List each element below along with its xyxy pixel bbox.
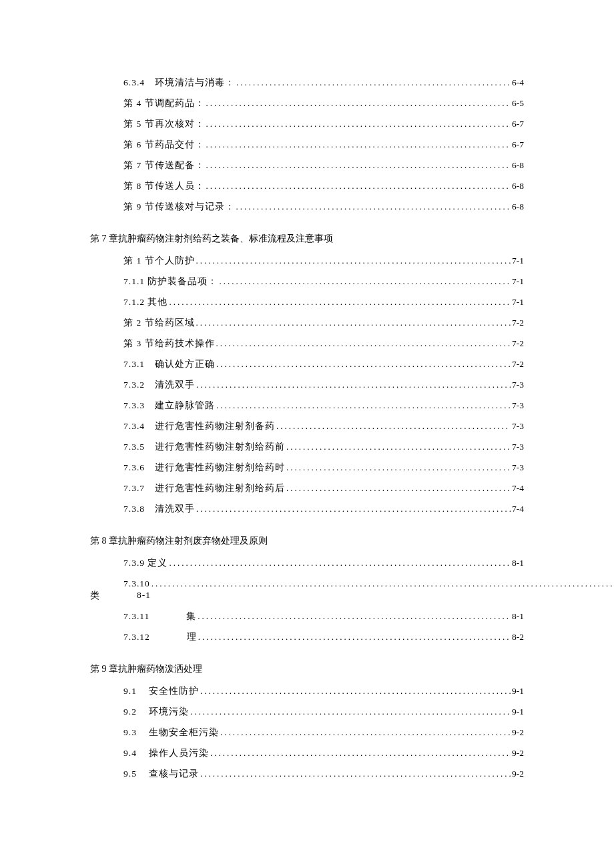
toc-title: 第 3 节给药技术操作	[123, 338, 215, 350]
toc-title: 安全性防护	[149, 685, 199, 697]
toc-entry: 6.3.4环境清洁与消毒：6-4	[90, 77, 524, 89]
toc-entry: 7.1.2 其他7-1	[90, 296, 524, 308]
toc-page: 6-4	[512, 77, 524, 88]
toc-dots	[206, 160, 511, 171]
toc-title: 理	[187, 631, 197, 643]
toc-entry: 7.3.1确认处方正确7-2	[90, 358, 524, 370]
gap	[100, 590, 137, 602]
toc-page: 7-1	[512, 297, 524, 308]
toc-title: 确认处方正确	[155, 358, 215, 370]
toc-page: 9-2	[512, 748, 524, 759]
toc-entry: 第 7 节传送配备：6-8	[90, 159, 524, 171]
toc-page: 7-2	[512, 338, 524, 349]
toc-entry: 第 2 节给药区域7-2	[90, 317, 524, 329]
toc-entry: 9.3生物安全柜污染9-2	[90, 727, 524, 739]
toc-page: 8-1	[512, 558, 524, 568]
toc-page: 7-4	[512, 483, 524, 494]
toc-entry: 第 1 节个人防护7-1	[90, 255, 524, 267]
toc-dots	[206, 181, 511, 191]
chapter8-section: 第 8 章抗肿瘤药物注射剂废弃物处理及原则 7.3.9 定义8-1 7.3.10…	[90, 535, 524, 643]
toc-entry: 9.4操作人员污染9-2	[90, 747, 524, 759]
toc-page: 6-8	[512, 160, 524, 171]
toc-number: 9.3	[123, 727, 137, 738]
toc-entry: 第 5 节再次核对：6-7	[90, 118, 524, 130]
toc-number: 7.3.1	[123, 359, 145, 370]
toc-page: 6-5	[512, 98, 524, 109]
toc-dots	[206, 98, 511, 109]
toc-number: 7.3.4	[123, 421, 145, 432]
toc-entry: 第 9 节传送核对与记录：6-8	[90, 201, 524, 213]
toc-number: 7.3.7	[123, 483, 145, 494]
toc-entry: 9.1安全性防护9-1	[90, 685, 524, 697]
toc-page: 9-2	[512, 769, 524, 779]
toc-page: 6-7	[512, 139, 524, 150]
toc-dots	[220, 727, 511, 738]
toc-entry: 7.3.9 定义8-1	[90, 557, 524, 569]
chapter7-entries: 第 1 节个人防护7-17.1.1 防护装备品项：7-17.1.2 其他7-1第…	[90, 255, 524, 515]
toc-dots	[206, 119, 511, 129]
toc-number: 7.3.6	[123, 462, 145, 473]
toc-entry: 7.3.7进行危害性药物注射剂给药后7-4	[90, 482, 524, 494]
toc-dots	[206, 139, 511, 150]
chapter8-title: 第 8 章抗肿瘤药物注射剂废弃物处理及原则	[90, 535, 524, 547]
toc-title: 清洗双手	[155, 379, 195, 391]
toc-page: 7-2	[512, 359, 524, 370]
toc-page: 7-1	[512, 256, 524, 266]
toc-title: 7.1.1 防护装备品项：	[123, 276, 218, 288]
toc-dots	[196, 504, 511, 514]
toc-title: 第 5 节再次核对：	[123, 118, 205, 130]
toc-number: 7.3.12	[123, 632, 150, 642]
toc-page: 7-3	[512, 400, 524, 411]
toc-number: 9.5	[123, 769, 137, 779]
toc-title: 第 8 节传送人员：	[123, 180, 205, 192]
toc-dots	[216, 400, 511, 411]
toc-dots	[286, 462, 511, 473]
toc-dots	[216, 338, 511, 349]
chapter6-tail-section: 6.3.4环境清洁与消毒：6-4第 4 节调配药品：6-5第 5 节再次核对：6…	[90, 77, 524, 213]
toc-title: 第 1 节个人防护	[123, 255, 195, 267]
toc-page: 7-1	[512, 276, 524, 287]
chapter8-entries-after: 7.3.11集8-17.3.12理8-2	[90, 610, 524, 643]
toc-dots	[210, 748, 511, 759]
toc-entry: 7.3.11集8-1	[90, 610, 524, 622]
toc-page: 6-7	[512, 119, 524, 129]
toc-page: 7-3	[512, 421, 524, 432]
toc-page: 8-2	[512, 632, 524, 642]
toc-title: 操作人员污染	[149, 747, 209, 759]
toc-entry: 第 6 节药品交付：6-7	[90, 139, 524, 151]
toc-page: 7-4	[512, 504, 524, 514]
toc-number: 7.3.8	[123, 504, 145, 514]
toc-entry: 7.3.4进行危害性药物注射剂备药7-3	[90, 420, 524, 432]
toc-container: 6.3.4环境清洁与消毒：6-4第 4 节调配药品：6-5第 5 节再次核对：6…	[90, 77, 524, 780]
toc-entry: 第 3 节给药技术操作7-2	[90, 338, 524, 350]
toc-entry: 7.3.2清洗双手7-3	[90, 379, 524, 391]
toc-title: 7.3.9 定义	[123, 557, 168, 569]
toc-title: 建立静脉管路	[155, 400, 215, 412]
toc-dots	[169, 558, 511, 568]
toc-dots	[169, 297, 511, 308]
toc-entry: 7.3.6进行危害性药物注射剂给药时7-3	[90, 462, 524, 474]
toc-page: 9-2	[512, 727, 524, 738]
wrap-second-left: 类	[90, 590, 100, 602]
toc-page: 7-2	[512, 318, 524, 328]
toc-entry: 7.3.12理8-2	[90, 631, 524, 643]
toc-title: 第 4 节调配药品：	[123, 97, 205, 109]
toc-page: 7-3	[512, 442, 524, 452]
toc-title: 清洗双手	[155, 503, 195, 515]
toc-title: 7.1.2 其他	[123, 296, 168, 308]
toc-page: 7-3	[512, 462, 524, 473]
chapter7-title: 第 7 章抗肿瘤药物注射剂给药之装备、标准流程及注意事项	[90, 233, 524, 245]
toc-entry: 7.3.5进行危害性药物注射剂给药前7-3	[90, 441, 524, 453]
toc-title: 进行危害性药物注射剂给药后	[155, 482, 285, 494]
toc-entry: 7.3.8清洗双手7-4	[90, 503, 524, 515]
toc-page: 8-1	[512, 611, 524, 622]
toc-dots	[286, 442, 511, 452]
toc-page: 9-1	[512, 686, 524, 697]
toc-entry: 7.1.1 防护装备品项：7-1	[90, 276, 524, 288]
toc-title: 环境清洁与消毒：	[155, 77, 235, 89]
toc-dots	[196, 380, 511, 390]
toc-dots	[196, 256, 511, 266]
toc-dots	[236, 77, 511, 88]
toc-page: 9-1	[512, 707, 524, 717]
chapter7-section: 第 7 章抗肿瘤药物注射剂给药之装备、标准流程及注意事项 第 1 节个人防护7-…	[90, 233, 524, 515]
